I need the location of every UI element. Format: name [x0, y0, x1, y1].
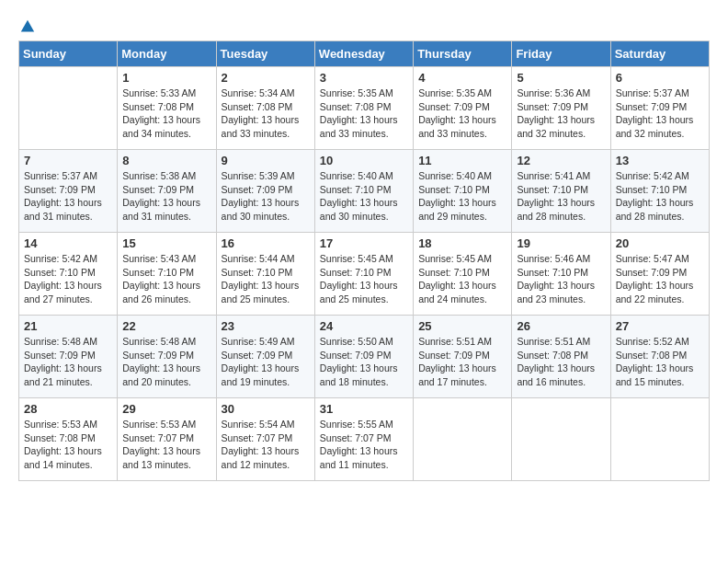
day-number: 7 [24, 154, 112, 167]
day-number: 24 [320, 319, 408, 333]
day-cell: 5Sunrise: 5:36 AMSunset: 7:09 PMDaylight… [512, 67, 610, 150]
header-day-friday: Friday [512, 41, 610, 67]
day-cell: 23Sunrise: 5:49 AMSunset: 7:09 PMDayligh… [216, 316, 314, 398]
day-info: Sunrise: 5:43 AMSunset: 7:10 PMDaylight:… [122, 252, 210, 306]
day-cell [414, 398, 512, 481]
day-number: 26 [517, 319, 605, 333]
day-cell: 11Sunrise: 5:40 AMSunset: 7:10 PMDayligh… [414, 150, 512, 233]
day-info: Sunrise: 5:45 AMSunset: 7:10 PMDaylight:… [418, 252, 506, 306]
day-info: Sunrise: 5:36 AMSunset: 7:09 PMDaylight:… [517, 86, 605, 141]
day-number: 2 [222, 71, 310, 85]
day-info: Sunrise: 5:42 AMSunset: 7:10 PMDaylight:… [616, 169, 704, 224]
day-number: 23 [222, 319, 310, 333]
day-number: 4 [418, 71, 506, 85]
day-cell: 12Sunrise: 5:41 AMSunset: 7:10 PMDayligh… [512, 150, 610, 233]
day-cell: 31Sunrise: 5:55 AMSunset: 7:07 PMDayligh… [314, 398, 413, 481]
day-cell: 24Sunrise: 5:50 AMSunset: 7:09 PMDayligh… [314, 316, 413, 398]
day-cell: 16Sunrise: 5:44 AMSunset: 7:10 PMDayligh… [216, 233, 314, 316]
day-cell: 7Sunrise: 5:37 AMSunset: 7:09 PMDaylight… [19, 150, 118, 233]
day-cell: 18Sunrise: 5:45 AMSunset: 7:10 PMDayligh… [414, 233, 512, 316]
calendar: SundayMondayTuesdayWednesdayThursdayFrid… [18, 40, 710, 481]
day-number: 30 [222, 402, 310, 416]
page-header [18, 18, 710, 31]
day-cell [610, 398, 709, 481]
day-info: Sunrise: 5:40 AMSunset: 7:10 PMDaylight:… [320, 169, 408, 224]
day-number: 18 [418, 236, 506, 250]
header-day-monday: Monday [118, 41, 216, 67]
day-cell: 20Sunrise: 5:47 AMSunset: 7:09 PMDayligh… [610, 233, 709, 316]
day-info: Sunrise: 5:45 AMSunset: 7:10 PMDaylight:… [320, 252, 408, 306]
day-number: 11 [418, 154, 506, 167]
day-cell: 13Sunrise: 5:42 AMSunset: 7:10 PMDayligh… [610, 150, 709, 233]
day-number: 16 [222, 236, 310, 250]
day-number: 1 [122, 71, 210, 85]
day-number: 10 [320, 154, 408, 167]
day-info: Sunrise: 5:38 AMSunset: 7:09 PMDaylight:… [122, 169, 210, 224]
day-info: Sunrise: 5:37 AMSunset: 7:09 PMDaylight:… [616, 86, 704, 141]
day-info: Sunrise: 5:34 AMSunset: 7:08 PMDaylight:… [222, 86, 310, 141]
day-cell: 15Sunrise: 5:43 AMSunset: 7:10 PMDayligh… [118, 233, 216, 316]
header-day-wednesday: Wednesday [314, 41, 413, 67]
day-cell: 30Sunrise: 5:54 AMSunset: 7:07 PMDayligh… [216, 398, 314, 481]
day-cell [19, 67, 118, 150]
day-cell: 8Sunrise: 5:38 AMSunset: 7:09 PMDaylight… [118, 150, 216, 233]
day-info: Sunrise: 5:37 AMSunset: 7:09 PMDaylight:… [24, 169, 112, 224]
day-cell: 2Sunrise: 5:34 AMSunset: 7:08 PMDaylight… [216, 67, 314, 150]
svg-marker-0 [21, 20, 34, 32]
calendar-header-row: SundayMondayTuesdayWednesdayThursdayFrid… [19, 41, 710, 67]
header-day-sunday: Sunday [19, 41, 118, 67]
day-cell [512, 398, 610, 481]
day-number: 20 [616, 236, 704, 250]
day-cell: 21Sunrise: 5:48 AMSunset: 7:09 PMDayligh… [19, 316, 118, 398]
day-info: Sunrise: 5:35 AMSunset: 7:08 PMDaylight:… [320, 86, 408, 141]
header-day-saturday: Saturday [610, 41, 709, 67]
day-cell: 4Sunrise: 5:35 AMSunset: 7:09 PMDaylight… [414, 67, 512, 150]
day-number: 25 [418, 319, 506, 333]
day-cell: 29Sunrise: 5:53 AMSunset: 7:07 PMDayligh… [118, 398, 216, 481]
week-row-1: 1Sunrise: 5:33 AMSunset: 7:08 PMDaylight… [19, 67, 710, 150]
day-cell: 22Sunrise: 5:48 AMSunset: 7:09 PMDayligh… [118, 316, 216, 398]
day-info: Sunrise: 5:33 AMSunset: 7:08 PMDaylight:… [122, 86, 210, 141]
day-cell: 14Sunrise: 5:42 AMSunset: 7:10 PMDayligh… [19, 233, 118, 316]
day-info: Sunrise: 5:51 AMSunset: 7:09 PMDaylight:… [418, 335, 506, 389]
week-row-4: 21Sunrise: 5:48 AMSunset: 7:09 PMDayligh… [19, 316, 710, 398]
day-info: Sunrise: 5:42 AMSunset: 7:10 PMDaylight:… [24, 252, 112, 306]
day-number: 12 [517, 154, 605, 167]
day-cell: 28Sunrise: 5:53 AMSunset: 7:08 PMDayligh… [19, 398, 118, 481]
day-info: Sunrise: 5:46 AMSunset: 7:10 PMDaylight:… [517, 252, 605, 306]
day-number: 13 [616, 154, 704, 167]
day-number: 19 [517, 236, 605, 250]
day-info: Sunrise: 5:51 AMSunset: 7:08 PMDaylight:… [517, 335, 605, 389]
day-cell: 26Sunrise: 5:51 AMSunset: 7:08 PMDayligh… [512, 316, 610, 398]
day-cell: 10Sunrise: 5:40 AMSunset: 7:10 PMDayligh… [314, 150, 413, 233]
day-number: 29 [122, 402, 210, 416]
week-row-2: 7Sunrise: 5:37 AMSunset: 7:09 PMDaylight… [19, 150, 710, 233]
day-info: Sunrise: 5:52 AMSunset: 7:08 PMDaylight:… [616, 335, 704, 389]
day-cell: 17Sunrise: 5:45 AMSunset: 7:10 PMDayligh… [314, 233, 413, 316]
day-cell: 25Sunrise: 5:51 AMSunset: 7:09 PMDayligh… [414, 316, 512, 398]
day-info: Sunrise: 5:50 AMSunset: 7:09 PMDaylight:… [320, 335, 408, 389]
day-number: 8 [122, 154, 210, 167]
day-info: Sunrise: 5:39 AMSunset: 7:09 PMDaylight:… [222, 169, 310, 224]
day-info: Sunrise: 5:54 AMSunset: 7:07 PMDaylight:… [222, 418, 310, 472]
day-number: 5 [517, 71, 605, 85]
day-cell: 19Sunrise: 5:46 AMSunset: 7:10 PMDayligh… [512, 233, 610, 316]
day-number: 15 [122, 236, 210, 250]
day-number: 9 [222, 154, 310, 167]
day-info: Sunrise: 5:47 AMSunset: 7:09 PMDaylight:… [616, 252, 704, 306]
day-number: 3 [320, 71, 408, 85]
day-info: Sunrise: 5:48 AMSunset: 7:09 PMDaylight:… [24, 335, 112, 389]
day-info: Sunrise: 5:55 AMSunset: 7:07 PMDaylight:… [320, 418, 408, 472]
day-number: 31 [320, 402, 408, 416]
header-day-thursday: Thursday [414, 41, 512, 67]
day-info: Sunrise: 5:53 AMSunset: 7:07 PMDaylight:… [122, 418, 210, 472]
day-number: 6 [616, 71, 704, 85]
day-cell: 3Sunrise: 5:35 AMSunset: 7:08 PMDaylight… [314, 67, 413, 150]
logo-icon [19, 18, 36, 35]
week-row-3: 14Sunrise: 5:42 AMSunset: 7:10 PMDayligh… [19, 233, 710, 316]
day-number: 27 [616, 319, 704, 333]
day-info: Sunrise: 5:40 AMSunset: 7:10 PMDaylight:… [418, 169, 506, 224]
day-number: 28 [24, 402, 112, 416]
day-info: Sunrise: 5:41 AMSunset: 7:10 PMDaylight:… [517, 169, 605, 224]
day-number: 21 [24, 319, 112, 333]
